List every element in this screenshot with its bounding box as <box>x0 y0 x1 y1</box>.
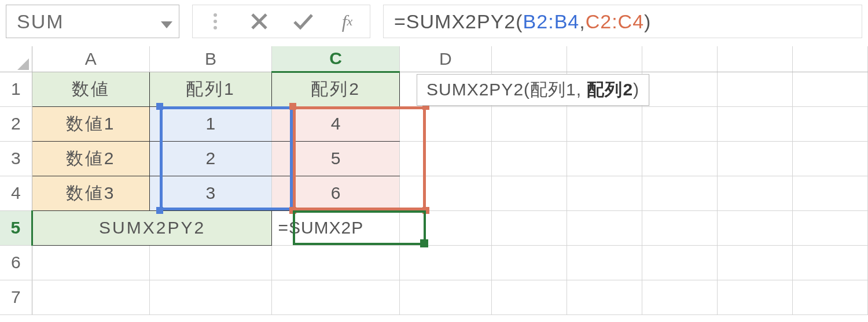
cell[interactable] <box>642 106 717 141</box>
cell-A4[interactable]: 数値3 <box>32 176 149 210</box>
cell[interactable] <box>491 280 567 314</box>
cell[interactable] <box>399 210 491 245</box>
cell[interactable] <box>642 141 717 176</box>
cell[interactable] <box>717 210 792 245</box>
cell[interactable] <box>642 245 717 280</box>
cell[interactable] <box>792 176 867 210</box>
name-box[interactable]: SUM <box>6 5 179 38</box>
cell[interactable] <box>717 72 792 106</box>
cell[interactable] <box>491 210 567 245</box>
formula-ref1: B2:B4 <box>523 10 580 33</box>
row-3: 3 数値2 2 5 <box>0 141 868 176</box>
cell[interactable] <box>32 245 149 280</box>
cell[interactable] <box>567 280 642 314</box>
cell-A5B5[interactable]: SUMX2PY2 <box>32 210 272 245</box>
row-header-1[interactable]: 1 <box>0 72 32 106</box>
cell[interactable] <box>491 176 567 210</box>
cell-B4[interactable]: 3 <box>149 176 272 210</box>
cell[interactable] <box>272 245 399 280</box>
row-header-7[interactable]: 7 <box>0 280 32 314</box>
formula-text-prefix: =SUMX2PY2( <box>394 10 523 33</box>
cell[interactable] <box>717 106 792 141</box>
select-all-corner[interactable] <box>0 46 32 72</box>
cell[interactable] <box>792 245 867 280</box>
cell[interactable] <box>642 72 717 106</box>
col-header-C[interactable]: C <box>272 46 399 72</box>
cell[interactable] <box>567 210 642 245</box>
cell[interactable] <box>491 106 567 141</box>
col-header[interactable] <box>491 46 567 72</box>
tooltip-arg1[interactable]: 配列1 <box>530 80 576 99</box>
cell[interactable] <box>717 141 792 176</box>
tooltip-fn: SUMX2PY2( <box>426 80 530 99</box>
name-box-dropdown-icon[interactable] <box>158 10 175 33</box>
row-header-4[interactable]: 4 <box>0 176 32 210</box>
col-header[interactable] <box>717 46 792 72</box>
formula-sep: , <box>579 10 585 33</box>
cell-B1[interactable]: 配列1 <box>149 72 272 106</box>
cell[interactable] <box>717 280 792 314</box>
cell-C5[interactable]: =SUMX2P <box>272 210 399 245</box>
row-7: 7 <box>0 280 868 314</box>
cell[interactable] <box>272 280 399 314</box>
cell-C1[interactable]: 配列2 <box>272 72 399 106</box>
row-header-2[interactable]: 2 <box>0 106 32 141</box>
cell[interactable] <box>567 141 642 176</box>
cell[interactable] <box>717 245 792 280</box>
cell-C3[interactable]: 5 <box>272 141 399 176</box>
cell-A2[interactable]: 数値1 <box>32 106 149 141</box>
cell[interactable] <box>792 210 867 245</box>
tooltip-arg2[interactable]: 配列2 <box>587 80 633 99</box>
cell[interactable] <box>399 141 491 176</box>
function-tooltip: SUMX2PY2(配列1, 配列2) <box>417 74 649 106</box>
cell[interactable] <box>642 176 717 210</box>
cell[interactable] <box>642 210 717 245</box>
cell[interactable] <box>399 106 491 141</box>
row-header-3[interactable]: 3 <box>0 141 32 176</box>
cell[interactable] <box>567 245 642 280</box>
cell[interactable] <box>32 280 149 314</box>
col-header-D[interactable]: D <box>399 46 491 72</box>
cell-B3[interactable]: 2 <box>149 141 272 176</box>
insert-function-icon[interactable]: fx <box>335 9 359 34</box>
cell-C2[interactable]: 4 <box>272 106 399 141</box>
cell-A1[interactable]: 数値 <box>32 72 149 106</box>
cell[interactable] <box>792 280 867 314</box>
col-header-B[interactable]: B <box>149 46 272 72</box>
col-header[interactable] <box>792 46 867 72</box>
cell[interactable] <box>567 176 642 210</box>
row-6: 6 <box>0 245 868 280</box>
cell[interactable] <box>642 280 717 314</box>
cell-A3[interactable]: 数値2 <box>32 141 149 176</box>
cell[interactable] <box>792 72 867 106</box>
svg-point-2 <box>214 20 217 23</box>
formula-input[interactable]: =SUMX2PY2(B2:B4,C2:C4) <box>383 5 862 38</box>
cell[interactable] <box>399 245 491 280</box>
row-header-6[interactable]: 6 <box>0 245 32 280</box>
col-header[interactable] <box>642 46 717 72</box>
spreadsheet: A B C D 1 数値 配列1 配列2 2 数値1 1 4 3 数値2 2 5… <box>0 46 868 315</box>
cell-C4[interactable]: 6 <box>272 176 399 210</box>
cell[interactable] <box>149 245 272 280</box>
cell[interactable] <box>717 176 792 210</box>
cell[interactable] <box>792 141 867 176</box>
cell[interactable] <box>399 280 491 314</box>
formula-text-suffix: ) <box>644 10 651 33</box>
tooltip-sep: , <box>576 80 587 99</box>
cell-B2[interactable]: 1 <box>149 106 272 141</box>
cell[interactable] <box>491 245 567 280</box>
tooltip-close: ) <box>633 80 639 99</box>
expand-icon[interactable] <box>203 9 227 34</box>
cell[interactable] <box>491 141 567 176</box>
cell[interactable] <box>149 280 272 314</box>
formula-ref2: C2:C4 <box>586 10 644 33</box>
enter-icon[interactable] <box>291 9 315 34</box>
cell[interactable] <box>792 106 867 141</box>
col-header-A[interactable]: A <box>32 46 149 72</box>
row-header-5[interactable]: 5 <box>0 210 32 245</box>
cancel-icon[interactable] <box>247 9 271 34</box>
col-header[interactable] <box>567 46 642 72</box>
name-box-value: SUM <box>17 10 158 33</box>
cell[interactable] <box>399 176 491 210</box>
cell[interactable] <box>567 106 642 141</box>
